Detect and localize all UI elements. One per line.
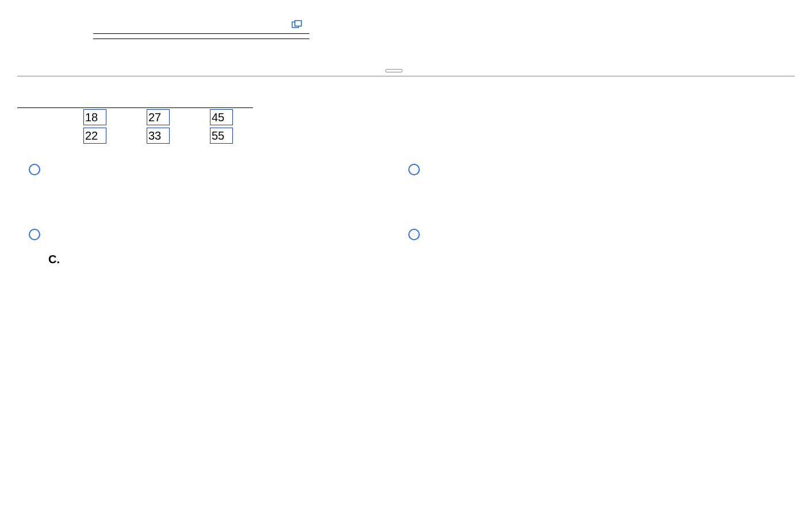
- ct-header-b: [147, 17, 201, 34]
- option-b[interactable]: B.: [408, 162, 765, 206]
- ct-total-label: [40, 39, 93, 42]
- divider-line: [17, 76, 795, 76]
- radio-a[interactable]: [29, 164, 40, 175]
- ct-t-a: [93, 39, 147, 42]
- exp-input-2b[interactable]: [147, 128, 170, 144]
- option-d-body: D.: [428, 227, 444, 271]
- radio-d[interactable]: [408, 229, 420, 240]
- ct-t-c: [201, 39, 255, 42]
- option-a-body: A.: [48, 162, 64, 206]
- contingency-table: [40, 17, 309, 41]
- option-c[interactable]: C.: [29, 227, 385, 271]
- ct-t-total: [255, 39, 309, 42]
- exp-input-2a[interactable]: [83, 128, 106, 144]
- ct-header-a: [93, 17, 147, 34]
- exp-input-1a[interactable]: [83, 109, 106, 125]
- option-c-body: C.: [48, 227, 64, 271]
- expected-table: [17, 105, 253, 145]
- ct-header-c: [201, 17, 255, 34]
- more-button[interactable]: [385, 69, 403, 72]
- exp-input-1b[interactable]: [147, 109, 170, 125]
- option-a[interactable]: A.: [29, 162, 385, 206]
- popout-icon[interactable]: [291, 19, 302, 32]
- option-b-body: B.: [428, 162, 444, 206]
- radio-c[interactable]: [29, 229, 40, 240]
- ct-header-blank: [40, 17, 93, 34]
- ct-t-b: [147, 39, 201, 42]
- exp-input-1c[interactable]: [210, 109, 233, 125]
- radio-b[interactable]: [408, 164, 420, 175]
- svg-rect-1: [295, 21, 301, 26]
- exp-r1-label: [17, 108, 63, 127]
- options-grid: A. B. C. D.: [29, 162, 795, 271]
- exp-r2-label: [17, 126, 63, 145]
- exp-input-2c[interactable]: [210, 128, 233, 144]
- divider-wrap: [17, 76, 795, 76]
- option-d[interactable]: D.: [408, 227, 765, 271]
- ct-header-total: [255, 17, 309, 34]
